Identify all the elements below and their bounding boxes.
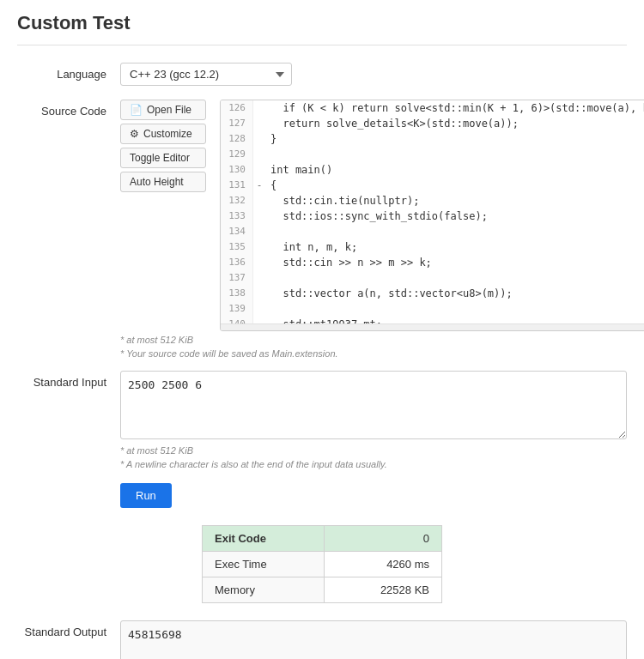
standard-output-label: Standard Output	[17, 620, 120, 638]
code-line: 130int main()	[221, 162, 644, 178]
line-code: std::cin >> n >> m >> k;	[265, 255, 432, 270]
run-button[interactable]: Run	[120, 483, 172, 508]
line-number: 131	[221, 178, 253, 193]
code-line: 126 if (K < k) return solve<std::min(K +…	[221, 100, 644, 116]
toggle-editor-button[interactable]: Toggle Editor	[120, 148, 206, 168]
memory-value: 22528 KB	[325, 577, 442, 603]
standard-input-textarea[interactable]	[120, 371, 627, 439]
line-number: 134	[221, 224, 253, 239]
line-number: 139	[221, 301, 253, 317]
line-code: if (K < k) return solve<std::min(K + 1, …	[265, 100, 644, 116]
line-code: std::mt19937 mt;	[265, 317, 382, 323]
line-number: 127	[221, 116, 253, 131]
line-number: 130	[221, 162, 253, 178]
line-code: std::cin.tie(nullptr);	[265, 193, 419, 209]
line-code: int main()	[265, 162, 332, 178]
auto-height-button[interactable]: Auto Height	[120, 172, 206, 192]
language-label: Language	[17, 63, 120, 81]
exit-code-row: Exit Code 0	[203, 526, 442, 552]
exit-code-label: Exit Code	[203, 526, 325, 552]
code-line: 132 std::cin.tie(nullptr);	[221, 193, 644, 209]
code-line: 128}	[221, 131, 644, 147]
gear-icon: ⚙	[130, 128, 139, 140]
source-hint1: * at most 512 KiB	[120, 335, 644, 345]
code-line: 136 std::cin >> n >> m >> k;	[221, 255, 644, 270]
line-number: 133	[221, 209, 253, 224]
source-hint2: * Your source code will be saved as Main…	[120, 348, 644, 359]
line-number: 126	[221, 100, 253, 116]
memory-row: Memory 22528 KB	[203, 577, 442, 603]
line-marker: -	[253, 178, 265, 193]
code-line: 129	[221, 147, 644, 162]
open-file-button[interactable]: 📄 Open File	[120, 100, 206, 120]
line-code: return solve_details<K>(std::move(a));	[265, 116, 519, 131]
code-line: 127 return solve_details<K>(std::move(a)…	[221, 116, 644, 131]
line-number: 132	[221, 193, 253, 209]
input-hint1: * at most 512 KiB	[120, 445, 627, 456]
input-hint2: * A newline character is also at the end…	[120, 459, 627, 469]
exec-time-row: Exec Time 4260 ms	[203, 552, 442, 577]
code-line: 131-{	[221, 178, 644, 193]
source-code-label: Source Code	[17, 100, 120, 118]
line-code: std::vector a(n, std::vector<u8>(m));	[265, 286, 513, 301]
standard-input-label: Standard Input	[17, 371, 120, 389]
code-line: 139	[221, 301, 644, 317]
line-number: 140	[221, 317, 253, 323]
exit-code-value: 0	[325, 526, 442, 552]
memory-label: Memory	[203, 577, 325, 603]
line-number: 129	[221, 147, 253, 162]
line-code: {	[265, 178, 276, 193]
code-line: 134	[221, 224, 644, 239]
exec-time-label: Exec Time	[203, 552, 325, 577]
line-number: 138	[221, 286, 253, 301]
results-table: Exit Code 0 Exec Time 4260 ms Memory 225…	[202, 525, 442, 603]
line-number: 135	[221, 239, 253, 255]
line-number: 128	[221, 131, 253, 147]
code-line: 138 std::vector a(n, std::vector<u8>(m))…	[221, 286, 644, 301]
line-code: }	[265, 131, 276, 147]
code-scrollbar[interactable]	[221, 323, 644, 330]
standard-output-textarea[interactable]	[120, 620, 627, 659]
line-number: 136	[221, 255, 253, 270]
language-select[interactable]: C++ 23 (gcc 12.2) C++ 17 (gcc 12.2) Pyth…	[120, 63, 292, 86]
results-wrapper: Exit Code 0 Exec Time 4260 ms Memory 225…	[17, 525, 627, 603]
code-line: 137	[221, 270, 644, 286]
code-line: 135 int n, m, k;	[221, 239, 644, 255]
exec-time-value: 4260 ms	[325, 552, 442, 577]
line-number: 137	[221, 270, 253, 286]
code-editor[interactable]: 126 if (K < k) return solve<std::min(K +…	[220, 100, 644, 331]
file-icon: 📄	[130, 104, 143, 116]
line-code: std::ios::sync_with_stdio(false);	[265, 209, 488, 224]
customize-button[interactable]: ⚙ Customize	[120, 124, 206, 144]
code-line: 140 std::mt19937 mt;	[221, 317, 644, 323]
page-title: Custom Test	[17, 0, 627, 45]
code-line: 133 std::ios::sync_with_stdio(false);	[221, 209, 644, 224]
line-code: int n, m, k;	[265, 239, 357, 255]
